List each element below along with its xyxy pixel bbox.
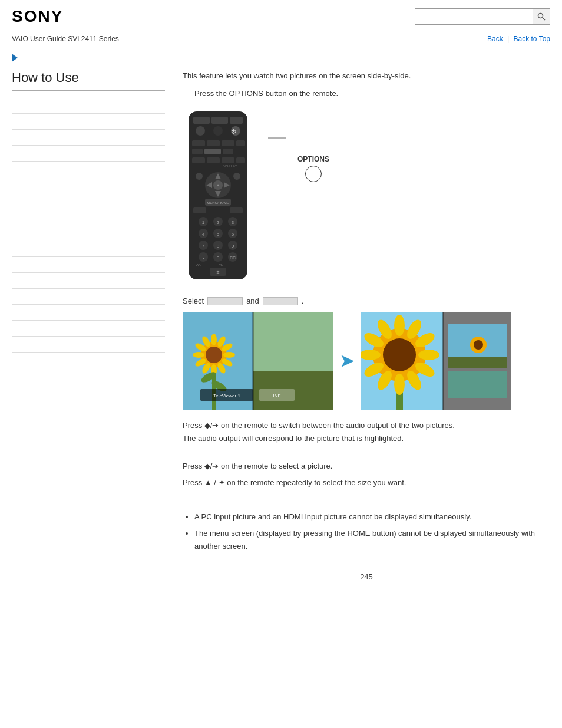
svg-text:9: 9	[232, 243, 234, 249]
svg-point-0	[538, 14, 543, 18]
sidebar-title: How to Use	[12, 70, 165, 91]
content-step1: Press the OPTIONS button on the remote.	[194, 88, 550, 100]
svg-text:TeleViewer 1: TeleViewer 1	[213, 393, 240, 398]
svg-text:5: 5	[217, 232, 220, 237]
svg-rect-5	[230, 117, 243, 124]
sidebar-item[interactable]	[12, 257, 165, 273]
svg-text:7: 7	[202, 243, 205, 249]
svg-rect-14	[192, 149, 203, 154]
back-link[interactable]: Back	[487, 35, 503, 43]
remote-image: ⏻ DISPLAY	[183, 108, 253, 287]
page-footer: 245	[183, 565, 550, 588]
svg-text:0: 0	[217, 255, 220, 261]
svg-point-98	[418, 350, 439, 360]
sidebar-item[interactable]	[12, 130, 165, 146]
para1-line2: The audio output will correspond to the …	[183, 434, 404, 443]
picture-left: TeleViewer 1 INF	[183, 312, 333, 410]
svg-rect-20	[236, 157, 245, 163]
svg-rect-17	[192, 157, 205, 163]
select-row: Select and .	[183, 297, 550, 305]
content-para2: Press ◆/➔ on the remote to select a pict…	[183, 460, 550, 473]
svg-rect-10	[192, 140, 205, 146]
svg-rect-15	[204, 149, 221, 154]
svg-text:6: 6	[232, 232, 234, 237]
svg-point-101	[394, 374, 405, 395]
sidebar: How to Use	[12, 64, 177, 588]
breadcrumb-row	[0, 47, 562, 64]
svg-rect-109	[448, 357, 507, 368]
sidebar-item[interactable]	[12, 337, 165, 353]
svg-text:CH: CH	[219, 263, 224, 267]
search-button[interactable]	[533, 8, 550, 25]
select-text-after: .	[302, 297, 304, 305]
svg-text:+: +	[217, 183, 219, 187]
svg-text:2: 2	[217, 220, 220, 225]
bullet-list: A PC input picture and an HDMI input pic…	[194, 510, 550, 553]
sidebar-item[interactable]	[12, 177, 165, 193]
svg-rect-19	[222, 157, 234, 163]
sidebar-item[interactable]	[12, 209, 165, 225]
search-input[interactable]	[415, 8, 533, 25]
svg-text:VOL: VOL	[196, 263, 203, 267]
bullet-item: A PC input picture and an HDMI input pic…	[194, 510, 550, 523]
sidebar-item[interactable]	[12, 162, 165, 177]
callout-line	[265, 126, 289, 150]
para1-line1: Press ◆/➔ on the remote to switch betwee…	[183, 421, 455, 430]
svg-rect-3	[193, 117, 210, 124]
sub-header: VAIO User Guide SVL2411 Series Back | Ba…	[0, 31, 562, 47]
svg-point-111	[474, 340, 483, 350]
picture-right	[361, 312, 511, 410]
page-number: 245	[360, 572, 373, 581]
select-text-middle: and	[246, 297, 259, 305]
header: SONY	[0, 0, 562, 31]
sidebar-item[interactable]	[12, 146, 165, 162]
svg-point-70	[211, 334, 217, 345]
svg-rect-11	[207, 140, 220, 146]
svg-text:DISPLAY: DISPLAY	[223, 164, 237, 168]
sidebar-item[interactable]	[12, 289, 165, 305]
main-layout: How to Use This feature lets you watch t…	[0, 64, 562, 588]
svg-text:⏻: ⏻	[231, 129, 236, 134]
search-icon	[537, 12, 546, 21]
svg-point-7	[213, 126, 223, 136]
arrow-right: ➤	[340, 351, 353, 371]
select-image-1	[207, 297, 243, 305]
svg-rect-18	[207, 157, 220, 163]
sidebar-item[interactable]	[12, 98, 165, 114]
back-to-top-link[interactable]: Back to Top	[514, 35, 550, 43]
sidebar-item[interactable]	[12, 368, 165, 384]
svg-text:8: 8	[217, 243, 220, 249]
sidebar-item[interactable]	[12, 305, 165, 321]
sidebar-item[interactable]	[12, 114, 165, 130]
svg-rect-34	[230, 207, 243, 213]
svg-text:CC: CC	[230, 256, 236, 260]
content-area: This feature lets you watch two pictures…	[177, 64, 550, 588]
search-area	[415, 8, 550, 25]
picture-left-svg: TeleViewer 1 INF	[183, 312, 333, 410]
svg-text:±: ±	[217, 269, 220, 275]
svg-point-29	[196, 173, 203, 180]
sidebar-item[interactable]	[12, 241, 165, 257]
sidebar-item[interactable]	[12, 225, 165, 241]
svg-rect-16	[223, 149, 233, 154]
content-intro: This feature lets you watch two pictures…	[183, 70, 550, 83]
content-para1: Press ◆/➔ on the remote to switch betwee…	[183, 419, 550, 445]
options-callout: OPTIONS	[289, 150, 338, 187]
svg-text:MENU/HOME: MENU/HOME	[207, 201, 229, 205]
svg-point-73	[223, 352, 235, 358]
svg-point-94	[383, 338, 416, 371]
select-text-before: Select	[183, 297, 204, 305]
svg-rect-4	[211, 117, 228, 124]
sidebar-item[interactable]	[12, 321, 165, 337]
remote-svg: ⏻ DISPLAY	[183, 108, 253, 285]
sidebar-item[interactable]	[12, 353, 165, 368]
svg-rect-112	[448, 371, 507, 398]
svg-text:4: 4	[202, 232, 205, 237]
svg-point-6	[196, 126, 205, 136]
sidebar-item[interactable]	[12, 193, 165, 209]
svg-text:1: 1	[202, 220, 205, 225]
remote-container: ⏻ DISPLAY	[183, 108, 550, 287]
svg-rect-12	[222, 140, 234, 146]
nav-separator: |	[507, 35, 509, 43]
sidebar-item[interactable]	[12, 273, 165, 289]
